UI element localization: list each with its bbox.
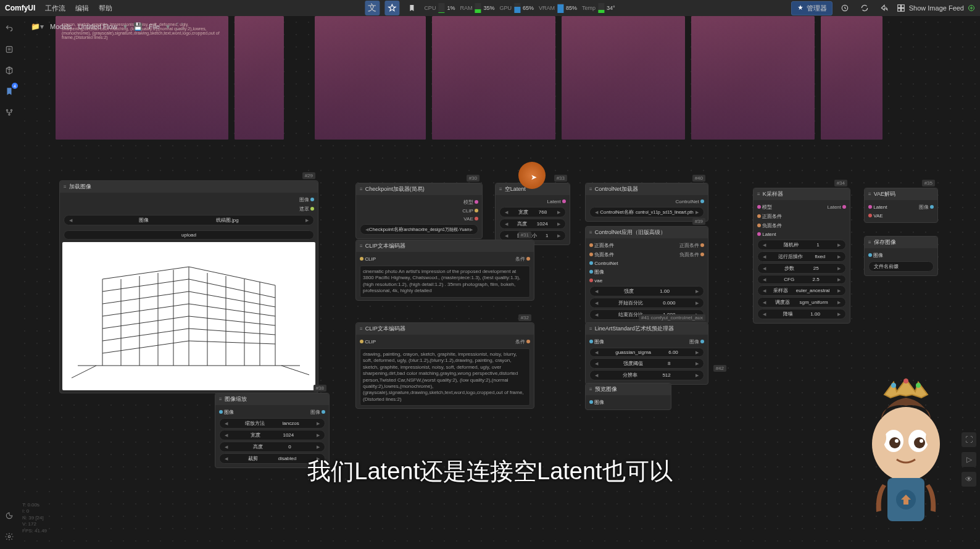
sampler-widget[interactable]: ◀采样器euler_ancestral▶ [757, 285, 846, 296]
bookmark-sidebar-icon[interactable] [3, 85, 15, 98]
hamburger-icon[interactable]: ≡ [868, 191, 871, 197]
cube-icon[interactable] [3, 64, 15, 77]
character-avatar [850, 364, 961, 537]
menu-help[interactable]: 帮助 [99, 4, 112, 13]
chevron-down-icon-2[interactable]: ▾ [166, 22, 170, 31]
height-widget[interactable]: ◀高度0▶ [219, 442, 325, 452]
node-vae-decode[interactable]: #35 ≡VAE解码 Latent图像 VAE [864, 188, 938, 223]
controlnet-select-widget[interactable]: ◀ControlNet名称control_v11p_sd15_lineart.p… [589, 207, 704, 217]
svg-point-20 [903, 379, 908, 383]
hamburger-icon[interactable]: ≡ [589, 326, 592, 332]
preview-image-1: crayon, sketch, graphite, impressionist,… [56, 16, 228, 140]
node-lineart-preprocessor[interactable]: #41 comfyui_controlnet_aux ≡LineArtStand… [585, 322, 708, 385]
chevron-down-icon[interactable]: ▾ [123, 22, 127, 31]
steps-widget[interactable]: ◀步数25▶ [757, 263, 846, 274]
resolution-widget[interactable]: ◀分辨率512▶ [589, 370, 704, 380]
hamburger-icon[interactable]: ≡ [360, 326, 363, 332]
node-load-image[interactable]: #29 ≡加载图像 图像 遮罩 ◀图像线稿图.jpg▶ upload [59, 180, 318, 393]
node-clip-negative[interactable]: #32 ≡CLIP文本编码器 CLIP条件 drawing, painting,… [355, 322, 534, 409]
sigma-widget[interactable]: ◀guassian_sigma6.00▶ [589, 348, 704, 357]
filename-widget[interactable]: 文件名前缀 [868, 261, 934, 272]
moon-icon[interactable] [3, 509, 15, 522]
checkpoint-select-widget[interactable]: ◀Checkpoint名称archihacxtre_design1万能模-Yua… [360, 224, 478, 235]
node-controlnet-apply[interactable]: #39 ≡ControlNet应用（旧版高级） 正面条件正面条件 负面条件负面条… [585, 226, 708, 324]
svg-point-24 [874, 429, 886, 446]
width-widget[interactable]: ◀宽度1024▶ [219, 430, 325, 440]
expand-icon[interactable]: ⛶ [176, 22, 183, 31]
upload-button[interactable]: upload [64, 230, 314, 240]
save-icon[interactable]: 💾 [133, 22, 143, 31]
denoise-widget[interactable]: ◀降噪1.00▶ [757, 309, 846, 319]
strength-widget[interactable]: ◀强度1.00▶ [589, 286, 704, 296]
undo-icon[interactable] [3, 22, 15, 35]
bookmark-icon[interactable] [404, 1, 419, 15]
share-icon[interactable] [877, 1, 892, 15]
node-controlnet-loader[interactable]: #40 ≡ControlNet加载器 ControlNet ◀ControlNe… [585, 183, 708, 222]
vram-stat: VRAM 85% [539, 3, 577, 13]
control-widget[interactable]: ◀运行后操作fixed▶ [757, 251, 846, 262]
send-icon[interactable]: ▷ [961, 452, 976, 467]
node-ksampler[interactable]: #34 ≡K采样器 模型Latent 正面条件 负面条件 Latent ◀随机种… [753, 188, 850, 324]
node-preview-image[interactable]: ≡预览图像 图像 [585, 383, 671, 410]
topbar-right: 管理器 Show Image Feed [791, 1, 975, 15]
svg-point-17 [895, 439, 899, 443]
manager-button[interactable]: 管理器 [791, 1, 833, 15]
hamburger-icon[interactable]: ≡ [589, 387, 592, 392]
reset-view-icon[interactable] [837, 1, 852, 15]
folder-icon[interactable]: 📁▾ [31, 22, 44, 31]
hamburger-icon[interactable]: ≡ [589, 230, 592, 235]
node-empty-latent[interactable]: #33 ≡空Latent Latent ◀宽度768▶ ◀高度1024▶ ◀批次… [495, 183, 570, 245]
brush-icon[interactable] [384, 1, 399, 15]
breadcrumb-flow[interactable]: Untitled Flow [78, 23, 117, 30]
method-widget[interactable]: ◀缩放方法lanczos▶ [219, 418, 325, 429]
breadcrumb-file[interactable]: File [149, 23, 160, 30]
image-select-widget[interactable]: ◀图像线稿图.jpg▶ [64, 215, 314, 225]
eye-icon[interactable]: 👁 [961, 472, 976, 487]
list-icon[interactable] [3, 43, 15, 56]
width-widget[interactable]: ◀宽度768▶ [499, 207, 566, 217]
node-clip-positive[interactable]: #31 ≡CLIP文本编码器 CLIP条件 cinematic photo An… [355, 240, 534, 301]
node-badge: #32 [518, 314, 531, 321]
threshold-widget[interactable]: ◀强度阈值8▶ [589, 358, 704, 369]
hamburger-icon[interactable]: ≡ [219, 396, 222, 402]
show-image-feed-button[interactable]: Show Image Feed [897, 4, 975, 12]
hamburger-icon[interactable]: ≡ [360, 243, 363, 249]
menu-edit[interactable]: 编辑 [75, 4, 89, 13]
node-badge: #39 [692, 218, 705, 225]
menu-workflow[interactable]: 工作流 [45, 4, 65, 13]
svg-point-10 [8, 535, 10, 538]
node-badge-ext: #41 comfyui_controlnet_aux [639, 314, 705, 321]
height-widget[interactable]: ◀高度1024▶ [499, 219, 566, 229]
hamburger-icon[interactable]: ≡ [757, 191, 760, 197]
negative-prompt-text[interactable]: drawing, painting, crayon, sketch, graph… [360, 348, 530, 406]
preview-image-6 [691, 16, 815, 140]
preview-image-7 [821, 16, 882, 140]
positive-prompt-text[interactable]: cinematic photo An artist's impression o… [360, 266, 530, 298]
settings-icon[interactable] [3, 530, 15, 543]
node-checkpoint-loader[interactable]: #30 ≡Checkpoint加载器(简易) 模型 CLIP VAE ◀Chec… [355, 183, 483, 239]
breadcrumb-models[interactable]: Models [50, 23, 72, 30]
hamburger-icon[interactable]: ≡ [589, 186, 592, 192]
preview-image-3 [315, 16, 426, 140]
cfg-widget[interactable]: ◀CFG2.5▶ [757, 275, 846, 284]
temp-stat: Temp 34° [582, 3, 615, 13]
node-save-image[interactable]: ≡保存图像 图像 文件名前缀 [864, 236, 938, 276]
hamburger-icon[interactable]: ≡ [360, 186, 363, 192]
refresh-icon[interactable] [857, 1, 872, 15]
seed-widget[interactable]: ◀随机种1▶ [757, 240, 846, 250]
svg-point-9 [9, 114, 10, 115]
fullscreen-icon[interactable]: ⛶ [961, 432, 976, 447]
gpu-stat: GPU 65% [499, 3, 534, 13]
hamburger-icon[interactable]: ≡ [64, 184, 67, 190]
svg-point-21 [916, 383, 921, 388]
hamburger-icon[interactable]: ≡ [868, 240, 871, 245]
hamburger-icon[interactable]: ≡ [499, 186, 502, 192]
node-badge: #40 [692, 175, 705, 182]
top-bar: ComfyUI 工作流 编辑 帮助 文 CPU 1% RAM 35% GPU 6… [0, 0, 980, 16]
node-badge: #29 [302, 172, 315, 179]
translate-icon[interactable]: 文 [365, 1, 380, 15]
preview-strip: crayon, sketch, graphite, impressionist,… [56, 16, 955, 140]
nodes-icon[interactable] [3, 106, 15, 119]
start-widget[interactable]: ◀开始百分比0.000▶ [589, 298, 704, 308]
scheduler-widget[interactable]: ◀调度器sgm_uniform▶ [757, 297, 846, 308]
